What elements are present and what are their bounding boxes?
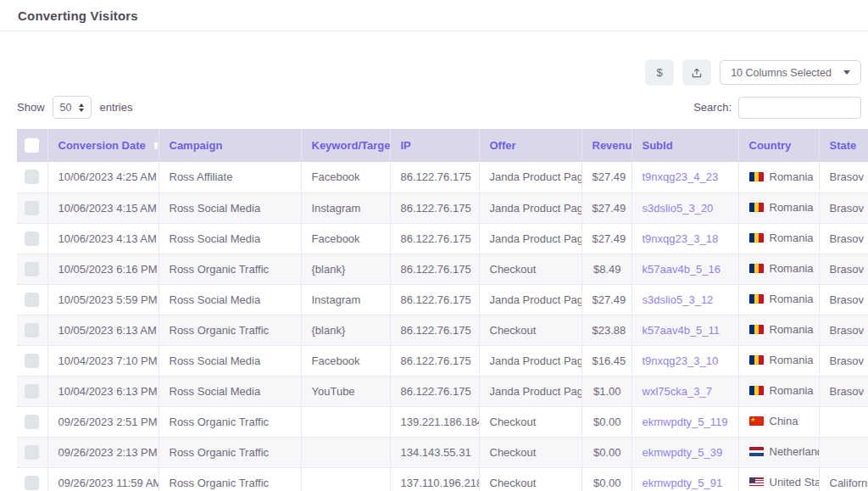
cell-conversion-date: 09/26/2023 11:59 AM (47, 467, 159, 491)
cell-offer: Checkout (479, 315, 581, 345)
subid-link[interactable]: t9nxqg23_3_18 (643, 232, 719, 245)
cell-offer: Janda Product Page (479, 284, 581, 315)
country-flag-icon (749, 416, 764, 426)
subid-link[interactable]: t9nxqg23_4_23 (643, 170, 719, 183)
row-checkbox[interactable] (25, 262, 39, 276)
cell-conversion-date: 10/04/2023 6:13 PM (47, 376, 159, 406)
subid-link[interactable]: ekmwpdty_5_119 (643, 416, 728, 428)
upload-icon (691, 67, 703, 79)
row-checkbox[interactable] (25, 445, 39, 460)
stepper-icon (79, 103, 84, 112)
select-all-checkbox[interactable] (25, 138, 39, 153)
cell-keyword-target: {blank} (301, 315, 390, 345)
country-name: Romania (770, 323, 814, 336)
row-checkbox[interactable] (25, 384, 39, 399)
column-header-revenue[interactable]: Revenue (581, 129, 632, 162)
subid-link[interactable]: s3dslio5_3_12 (643, 293, 714, 306)
cell-offer: Janda Product Page (479, 376, 581, 406)
row-checkbox[interactable] (25, 354, 39, 368)
column-header-select[interactable] (17, 129, 47, 162)
cell-ip: 86.122.76.175 (390, 192, 479, 223)
country-name: Romania (770, 201, 814, 214)
cell-state: Brasov (819, 192, 868, 223)
cell-campaign: Ross Social Media (159, 223, 301, 254)
country-name: United States (770, 476, 820, 488)
table-row: 10/06/2023 4:15 AM Ross Social Media Ins… (17, 192, 868, 223)
column-header-state[interactable]: State (819, 129, 868, 162)
cell-subid: k57aav4b_5_16 (632, 254, 738, 284)
cell-keyword-target: {blank} (301, 254, 390, 284)
cell-ip: 139.221.186.184 (390, 406, 479, 437)
subid-link[interactable]: s3dslio5_3_20 (643, 202, 714, 215)
page-header: Converting Visitors (0, 0, 868, 31)
cell-revenue: $0.00 (581, 437, 632, 467)
row-checkbox[interactable] (25, 201, 39, 215)
table-row: 10/05/2023 6:16 PM Ross Organic Traffic … (17, 254, 868, 284)
cell-country: Netherlands (738, 437, 819, 467)
cell-state: Brasov (819, 254, 868, 284)
cell-state (819, 437, 868, 467)
column-header-offer[interactable]: Offer (479, 129, 581, 162)
row-checkbox[interactable] (25, 232, 39, 246)
row-checkbox[interactable] (25, 293, 39, 307)
cell-offer: Janda Product Page (479, 162, 581, 192)
cell-revenue: $27.49 (581, 223, 632, 254)
country-name: Romania (770, 293, 814, 305)
cell-subid: k57aav4b_5_11 (632, 315, 738, 345)
subid-link[interactable]: k57aav4b_5_16 (643, 263, 721, 276)
sort-asc-icon: ⬆ (152, 140, 159, 152)
cell-country: Romania (738, 162, 819, 192)
table-row: 09/26/2023 2:13 PM Ross Organic Traffic … (17, 437, 868, 467)
subid-link[interactable]: t9nxqg23_3_10 (643, 354, 719, 367)
search-input[interactable] (738, 97, 861, 119)
cell-campaign: Ross Organic Traffic (159, 437, 301, 467)
cell-ip: 137.110.196.218 (390, 467, 479, 491)
cell-offer: Checkout (479, 254, 581, 284)
columns-dropdown[interactable]: 10 Columns Selected (720, 60, 861, 85)
cell-state: Brasov (819, 284, 868, 315)
table-row: 10/04/2023 7:10 PM Ross Social Media Fac… (17, 345, 868, 376)
country-flag-icon (749, 264, 764, 273)
cell-subid: s3dslio5_3_20 (632, 192, 738, 223)
subid-link[interactable]: ekmwpdty_5_91 (643, 477, 723, 489)
country-flag-icon (749, 355, 764, 365)
country-flag-icon (749, 233, 764, 243)
country-name: Romania (770, 170, 814, 183)
currency-toggle-button[interactable]: $ (645, 59, 674, 86)
subid-link[interactable]: ekmwpdty_5_39 (643, 446, 723, 459)
cell-country: Romania (738, 284, 819, 315)
cell-conversion-date: 10/05/2023 5:59 PM (47, 284, 159, 315)
cell-subid: t9nxqg23_3_10 (632, 345, 738, 376)
row-checkbox[interactable] (25, 170, 39, 184)
cell-country: Romania (738, 376, 819, 406)
cell-revenue: $27.49 (581, 284, 632, 315)
cell-keyword-target (301, 406, 390, 437)
cell-revenue: $16.45 (581, 345, 632, 376)
cell-revenue: $23.88 (581, 315, 632, 345)
table-row: 09/26/2023 2:51 PM Ross Organic Traffic … (17, 406, 868, 437)
column-header-country[interactable]: Country (738, 129, 819, 162)
column-header-subid[interactable]: SubId (632, 129, 738, 162)
row-checkbox[interactable] (25, 323, 39, 338)
dollar-icon: $ (657, 66, 663, 79)
cell-subid: s3dslio5_3_12 (632, 284, 738, 315)
export-button[interactable] (682, 59, 711, 86)
cell-country: Romania (738, 192, 819, 223)
column-header-campaign[interactable]: Campaign (159, 129, 301, 162)
country-flag-icon (749, 325, 764, 334)
cell-ip: 86.122.76.175 (390, 345, 479, 376)
entries-select[interactable]: 50 (53, 96, 92, 119)
cell-state: Brasov (819, 315, 868, 345)
cell-revenue: $27.49 (581, 192, 632, 223)
row-checkbox[interactable] (25, 415, 39, 429)
column-header-ip[interactable]: IP (390, 129, 479, 162)
subid-link[interactable]: k57aav4b_5_11 (643, 324, 721, 337)
column-header-keyword-target[interactable]: Keyword/Target (301, 129, 390, 162)
country-flag-icon (749, 447, 764, 456)
subid-link[interactable]: wxl75cka_3_7 (643, 385, 712, 398)
cell-revenue: $1.00 (581, 376, 632, 406)
cell-campaign: Ross Social Media (159, 376, 301, 406)
row-checkbox[interactable] (25, 476, 39, 490)
cell-keyword-target: YouTube (301, 376, 390, 406)
column-header-conversion-date[interactable]: Conversion Date⬆ (47, 129, 159, 162)
